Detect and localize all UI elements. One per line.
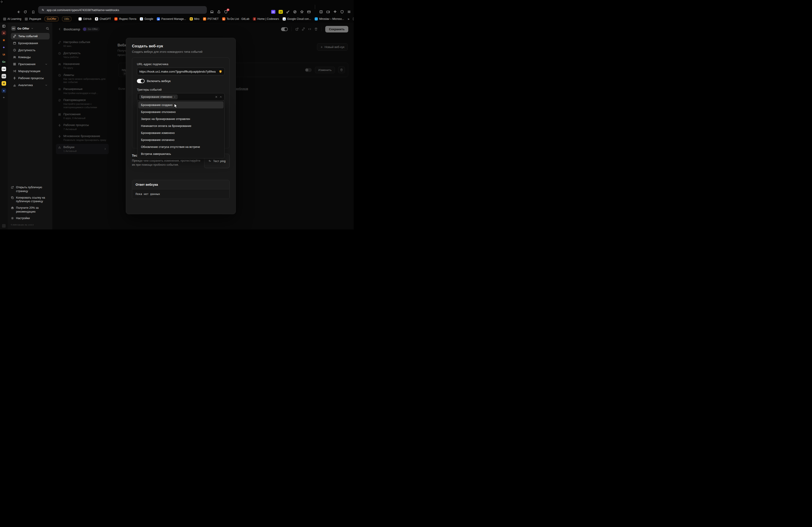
sidebar-item-insights[interactable]: Аналитика bbox=[11, 82, 49, 88]
favicon: { bbox=[253, 17, 256, 20]
bookmark-folder-utils[interactable]: Utils bbox=[62, 17, 71, 21]
address-bar[interactable]: app.cal.com/event-types/4743338?tabName=… bbox=[38, 6, 207, 14]
extension-badge-1[interactable]: 22 bbox=[271, 10, 275, 14]
option-no-show-updated[interactable]: Обновление статуса отсутствия на встрече bbox=[138, 144, 223, 150]
rail-add-button[interactable]: + bbox=[3, 95, 5, 99]
browser-forward-button[interactable] bbox=[0, 0, 4, 4]
folder-icon bbox=[353, 18, 354, 20]
extension-badge-2[interactable]: 22 bbox=[278, 10, 283, 14]
bookmark-microsoft[interactable]: Miroslav – Microso... bbox=[315, 17, 344, 20]
bookmark-folder-ai-learning[interactable]: AI Learning bbox=[3, 17, 21, 20]
vpn-shield-icon[interactable] bbox=[340, 10, 344, 14]
option-booking-payment-initiated[interactable]: Начинается оплата за бронирование bbox=[138, 122, 223, 130]
favicon: P bbox=[203, 17, 206, 20]
event-triggers-multiselect[interactable]: Бронирование отменено bbox=[137, 93, 224, 101]
favicon: ☁ bbox=[157, 17, 160, 20]
bookmark-github[interactable]: GitHub bbox=[78, 17, 91, 20]
webhook-response-title: Ответ вебхука bbox=[132, 180, 229, 189]
bookmark-google[interactable]: GGoogle bbox=[140, 17, 153, 20]
search-icon[interactable] bbox=[46, 27, 49, 30]
rail-bottom-icon[interactable] bbox=[2, 224, 6, 228]
calendar-icon bbox=[13, 42, 16, 45]
rail-app-9[interactable]: ◆ bbox=[2, 88, 6, 93]
bookmark-folder-gooffer[interactable]: GoOffer bbox=[45, 17, 58, 21]
tab-group-icon[interactable] bbox=[307, 10, 311, 14]
chevron-down-icon bbox=[45, 63, 47, 65]
sidebar-item-teams[interactable]: Команды bbox=[11, 54, 49, 60]
rail-app-8[interactable]: M bbox=[2, 81, 6, 86]
clear-all-icon[interactable] bbox=[215, 95, 218, 98]
bookmark-codewars[interactable]: {Home | Codewars bbox=[253, 17, 279, 20]
screen: app.cal.com/event-types/4743338?tabName=… bbox=[0, 0, 354, 229]
sidebar-nav: Типы событий Бронирования Доступность Ко… bbox=[11, 33, 49, 88]
password-extension-icon[interactable] bbox=[286, 10, 290, 14]
favicon bbox=[315, 17, 318, 20]
extension-icon[interactable] bbox=[293, 10, 297, 14]
bookmark-google-cloud[interactable]: ☁Google Cloud con... bbox=[282, 17, 311, 20]
device-icon[interactable] bbox=[210, 10, 214, 14]
referral-link[interactable]: Получите 20% за рекомендацию bbox=[11, 206, 49, 213]
password-manager-shield-icon[interactable] bbox=[219, 70, 222, 73]
bookmark-password-manager[interactable]: ☁Password Manage... bbox=[157, 17, 186, 20]
selected-trigger-chip: Бронирование отменено bbox=[140, 95, 177, 99]
sidebar-item-routing[interactable]: Маршрутизация bbox=[11, 68, 49, 74]
rail-app-6[interactable]: Cal bbox=[2, 67, 6, 71]
all-bookmarks-button[interactable]: Все закладки bbox=[353, 17, 354, 20]
grid-icon bbox=[13, 62, 16, 66]
webhook-response-panel: Ответ вебхука Пока нет данных bbox=[132, 180, 230, 199]
rail-app-5[interactable]: Go bbox=[2, 60, 6, 64]
ai-assistant-icon[interactable] bbox=[333, 10, 337, 14]
browser-back-button[interactable] bbox=[17, 10, 20, 14]
bookmark-folder-redakcia[interactable]: Редакция bbox=[25, 17, 41, 20]
gift-icon bbox=[11, 206, 14, 209]
bookmark-miro[interactable]: MMiro bbox=[190, 17, 199, 20]
option-meeting-ended[interactable]: Встреча завершилась bbox=[138, 150, 223, 157]
sidebar-item-workflows[interactable]: Рабочие процессы bbox=[11, 75, 49, 81]
sidebar-footer: Открыть публичную страницу Копировать сс… bbox=[11, 185, 49, 227]
sidebar-toggle-icon[interactable] bbox=[2, 24, 6, 28]
url-text[interactable]: app.cal.com/event-types/4743338?tabName=… bbox=[47, 8, 119, 12]
bookmark-gitlab-todo[interactable]: ▲To-Do List · GitLab bbox=[222, 17, 249, 20]
share-icon[interactable] bbox=[217, 10, 221, 14]
bookmark-pstnet[interactable]: PPST.NET bbox=[203, 17, 219, 20]
dialog-title: Создать веб-хук bbox=[132, 44, 230, 48]
rail-app-3[interactable]: ✦ bbox=[2, 45, 6, 49]
sidebar-item-apps[interactable]: Приложения bbox=[11, 61, 49, 67]
option-booking-created[interactable]: Бронирование создано bbox=[138, 102, 223, 108]
create-webhook-dialog: Создать веб-хук Создать вебхук для этого… bbox=[126, 38, 236, 214]
option-booking-paid[interactable]: Бронирование оплачено bbox=[138, 136, 223, 144]
favicon bbox=[78, 17, 82, 20]
bookmark-chatgpt[interactable]: ✳ChatGPT bbox=[95, 17, 111, 20]
team-switcher[interactable]: GO Go Offer bbox=[11, 25, 49, 33]
bookmark-yandex-mail[interactable]: ✉Яндекс Почта bbox=[114, 17, 136, 20]
rail-app-1[interactable]: ◉ bbox=[2, 31, 6, 35]
shuffle-icon bbox=[13, 70, 16, 73]
more-bookmarks-chevron[interactable]: » bbox=[348, 17, 349, 21]
site-settings-icon[interactable] bbox=[41, 8, 44, 12]
bookmark-icon[interactable] bbox=[32, 10, 35, 14]
rail-app-2[interactable]: ✳ bbox=[2, 38, 6, 42]
sidebar-item-availability[interactable]: Доступность bbox=[11, 47, 49, 54]
extensions-icon[interactable] bbox=[300, 10, 304, 14]
option-booking-rejected[interactable]: Бронирование отклонено bbox=[138, 108, 223, 116]
link-icon bbox=[13, 34, 16, 38]
adblock-shield-icon[interactable]: 2 bbox=[224, 10, 228, 14]
chevron-down-icon bbox=[45, 84, 47, 87]
option-booking-rescheduled[interactable]: Бронирование изменено bbox=[138, 130, 223, 136]
sidebar-item-bookings[interactable]: Бронирования bbox=[11, 40, 49, 46]
sidebar-item-event-types[interactable]: Типы событий bbox=[11, 33, 49, 40]
open-public-page-link[interactable]: Открыть публичную страницу bbox=[11, 185, 49, 193]
option-booking-requested[interactable]: Запрос на бронирование отправлен bbox=[138, 116, 223, 122]
browser-reload-button[interactable] bbox=[24, 10, 27, 14]
wallet-icon[interactable] bbox=[326, 10, 330, 14]
subscriber-url-input[interactable] bbox=[140, 70, 217, 73]
enable-webhook-label: Включить вебхук bbox=[147, 79, 171, 83]
split-view-icon[interactable] bbox=[319, 10, 323, 14]
copy-public-link[interactable]: Копировать ссылку на публичную страницу bbox=[11, 196, 49, 203]
browser-menu-icon[interactable] bbox=[347, 10, 351, 14]
rail-app-7[interactable]: Cal bbox=[2, 74, 6, 78]
enable-webhook-toggle[interactable] bbox=[137, 79, 145, 83]
settings-link[interactable]: Настройки bbox=[11, 216, 49, 220]
remove-chip-icon[interactable] bbox=[174, 96, 176, 98]
rail-app-4[interactable]: Ut bbox=[2, 52, 6, 57]
